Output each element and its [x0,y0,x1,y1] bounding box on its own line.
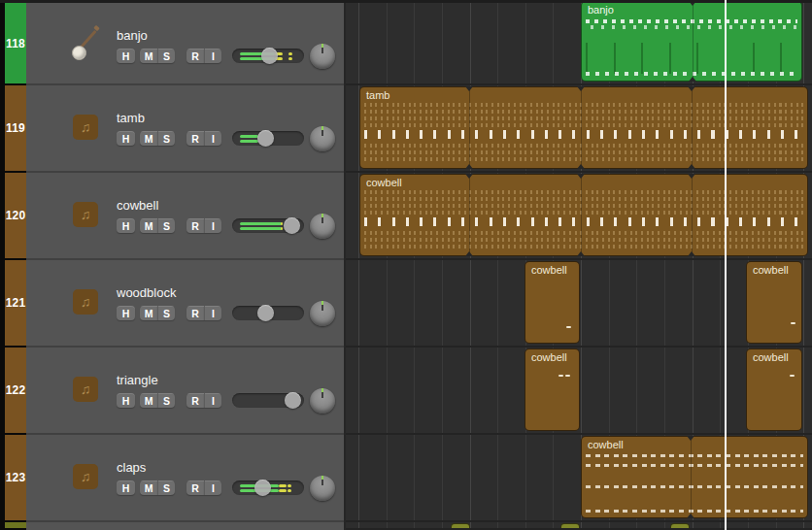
track-color-cell[interactable]: 121 [0,260,26,348]
hide-button[interactable]: H [117,131,135,146]
midi-note-icon[interactable]: ♫ [73,202,98,227]
arrange-lane[interactable]: tamb [346,85,812,173]
track-name[interactable]: claps [117,460,146,475]
region[interactable]: tamb [359,86,808,169]
track-color-strip: 118 [5,3,26,83]
track-header-row[interactable]: ♫woodblockHMSRI [26,260,344,348]
track-color-strip [5,522,26,528]
volume-slider[interactable] [232,393,304,408]
region[interactable]: cowbell [359,174,808,256]
solo-button[interactable]: S [157,131,175,146]
midi-note-dash [566,326,571,328]
track-name[interactable]: triangle [117,373,158,387]
volume-thumb[interactable] [284,217,300,234]
volume-thumb[interactable] [254,480,271,496]
hide-button[interactable]: H [117,480,135,495]
hide-button[interactable]: H [117,218,135,233]
region[interactable]: cowbell [746,261,802,344]
region[interactable]: cowbell [581,436,808,518]
input-monitoring-button[interactable]: I [204,49,221,63]
volume-slider[interactable] [232,480,304,495]
record-enable-button[interactable]: R [186,131,204,146]
pan-knob[interactable] [310,44,335,69]
track-color-cell[interactable]: 120 [0,173,26,260]
region[interactable] [670,523,690,530]
input-monitoring-button[interactable]: I [204,393,221,408]
pan-knob[interactable] [310,126,335,151]
arrange-lane[interactable]: cowbellcowbell [346,260,812,348]
track-header-row[interactable]: ♫clapsHMSRI [26,435,344,522]
volume-thumb[interactable] [285,392,301,409]
pan-knob[interactable] [310,301,335,326]
track-color-cell[interactable]: 118 [0,3,26,85]
solo-button[interactable]: S [157,49,175,63]
record-enable-button[interactable]: R [186,49,204,63]
arrange-lane[interactable] [346,522,812,530]
hide-button[interactable]: H [117,393,135,408]
region[interactable] [451,523,470,530]
track-color-cell[interactable]: 122 [0,348,26,435]
playhead[interactable] [725,0,727,530]
track-name[interactable]: tamb [117,111,145,125]
track-header-row[interactable]: ♫triangleHMSRI [26,348,344,435]
track-name[interactable]: woodblock [117,285,176,300]
volume-thumb[interactable] [257,130,274,147]
mute-button[interactable]: M [140,480,157,495]
volume-thumb[interactable] [261,48,278,64]
mute-button[interactable]: M [140,306,157,320]
midi-note-icon[interactable]: ♫ [73,289,98,315]
button-group: RI [186,480,221,495]
banjo-icon[interactable] [71,26,102,63]
mute-button[interactable]: M [140,49,157,63]
arrange-lane[interactable]: cowbell [346,435,812,522]
track-header-row[interactable]: banjoHMSRI [26,3,344,85]
input-monitoring-button[interactable]: I [204,306,221,320]
mute-button[interactable]: M [140,218,157,233]
pan-knob[interactable] [310,214,335,239]
solo-button[interactable]: S [157,218,175,233]
solo-button[interactable]: S [157,393,175,408]
arrange-lane[interactable]: cowbellcowbell [346,348,812,435]
volume-slider[interactable] [232,131,304,146]
track-name[interactable]: cowbell [117,198,158,213]
solo-button[interactable]: S [157,306,175,320]
hide-button[interactable]: H [117,306,135,320]
track-header-row[interactable]: ♫cowbellHMSRI [26,173,344,260]
region[interactable]: cowbell [524,348,580,431]
clip-indicator [288,57,292,60]
volume-slider[interactable] [232,49,304,63]
volume-slider[interactable] [232,218,304,233]
volume-thumb[interactable] [257,305,274,321]
volume-slider[interactable] [232,306,304,320]
track-color-cell[interactable]: 119 [0,85,26,173]
pan-knob[interactable] [310,388,335,414]
input-monitoring-button[interactable]: I [204,218,221,233]
track-header-row[interactable] [26,522,344,530]
record-enable-button[interactable]: R [186,393,204,408]
mute-button[interactable]: M [140,131,157,146]
arrange-lane[interactable]: cowbell [346,173,812,260]
track-header-row[interactable]: ♫tambHMSRI [26,85,344,173]
record-enable-button[interactable]: R [186,218,204,233]
record-enable-button[interactable]: R [186,306,204,320]
track-name[interactable]: banjo [117,28,148,43]
button-group: RI [186,49,221,63]
input-monitoring-button[interactable]: I [204,480,221,495]
input-monitoring-button[interactable]: I [204,131,221,146]
region[interactable]: banjo [581,1,802,82]
hide-button[interactable]: H [117,49,135,63]
midi-note-icon[interactable]: ♫ [73,464,98,489]
pan-knob[interactable] [310,476,335,501]
track-color-cell[interactable]: 123 [0,435,26,522]
midi-note-icon[interactable]: ♫ [73,377,98,402]
region-label: tamb [366,89,389,101]
arrange-lane[interactable]: banjo [346,0,812,85]
midi-note-icon[interactable]: ♫ [73,115,98,140]
record-enable-button[interactable]: R [186,480,204,495]
track-color-cell[interactable] [0,522,26,530]
region[interactable] [560,523,580,530]
solo-button[interactable]: S [157,480,175,495]
mute-button[interactable]: M [140,393,157,408]
region[interactable]: cowbell [746,348,802,431]
region[interactable]: cowbell [524,261,580,344]
